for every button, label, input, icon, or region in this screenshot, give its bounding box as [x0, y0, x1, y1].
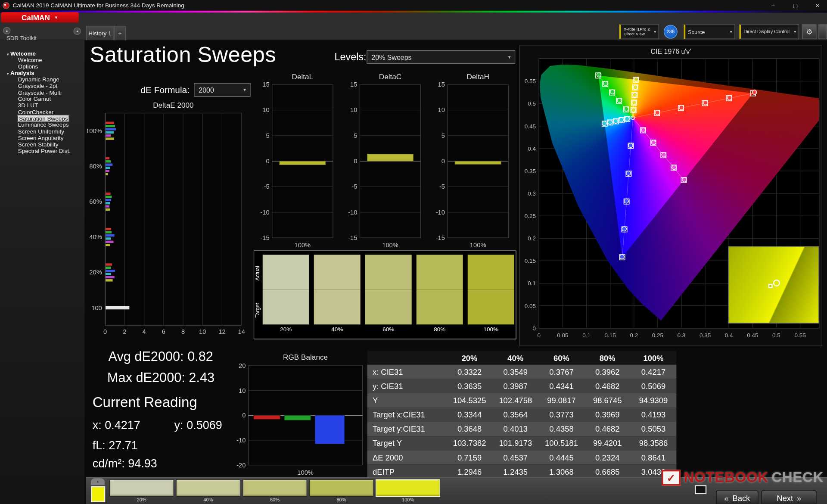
current-patch-swatch[interactable] [91, 486, 105, 502]
chart-title: DeltaH [466, 72, 489, 81]
y-tick-label: -5 [264, 183, 270, 190]
group-label: 100% [87, 128, 102, 134]
formula-label: dE Formula: [140, 85, 190, 96]
measured-point-yellow [634, 77, 638, 81]
swatch-actual [468, 255, 514, 289]
measured-point-blue [624, 199, 628, 203]
calman-menu-button[interactable]: CalMAN ▼ [1, 12, 78, 23]
swatch-label: 80% [417, 326, 463, 335]
current-fl: fL: 27.71 [93, 439, 138, 452]
y-tick-label: 5 [266, 132, 270, 139]
y-tick-label: 10 [438, 106, 445, 113]
panel-handle[interactable]: ▲ [91, 478, 105, 485]
table-cell: 94.9309 [631, 393, 677, 408]
table-cell: 0.3322 [447, 365, 493, 379]
swatch-40%: 40% [314, 255, 361, 334]
sidebar-item-3d-lut[interactable]: 3D LUT [0, 102, 84, 109]
edge-toolbar-button[interactable] [818, 24, 827, 39]
x-tick-label: 8 [181, 328, 185, 335]
measured-point-cyan [619, 118, 623, 122]
y-tick-label: 10 [262, 106, 269, 113]
sidebar-item-label: Screen Uniformity [18, 128, 64, 135]
sweep-line-blue [622, 118, 633, 258]
bar-green [284, 415, 311, 420]
sidebar-item-dynamic-range[interactable]: Dynamic Range [0, 76, 84, 83]
back-button[interactable]: « Back [716, 491, 758, 504]
sidebar-item-spectral-power-dist[interactable]: Spectral Power Dist. [0, 148, 84, 154]
sidebar-item-screen-uniformity[interactable]: Screen Uniformity [0, 128, 84, 135]
table-cell: 99.0817 [538, 393, 584, 408]
x-tick-label: 0.2 [630, 332, 638, 339]
patch-color [376, 479, 440, 497]
bar-magenta [106, 276, 114, 278]
x-category-label: 100% [297, 469, 314, 476]
sidebar-item-welcome[interactable]: Welcome [0, 57, 84, 63]
bar-cyan [106, 202, 110, 204]
sidebar-item-luminance-sweeps[interactable]: Luminance Sweeps [0, 121, 84, 128]
delta_h-svg: DeltaH151050-5-10-15100% [436, 72, 515, 252]
sidebar-item-screen-angularity[interactable]: Screen Angularity [0, 135, 84, 141]
chart-title: RGB Balance [283, 353, 328, 361]
source-dropdown[interactable]: Source ▼ [684, 24, 735, 39]
sidebar-item-color-gamut[interactable]: Color Gamut [0, 96, 84, 102]
sidebar-item-colorchecker[interactable]: ColorChecker [0, 109, 84, 115]
collapse-sidebar-button[interactable]: ◂ [74, 28, 81, 35]
y-tick-label: -20 [236, 462, 246, 469]
meter-dropdown[interactable]: X-Rite i1Pro 2 Direct View ▼ [619, 24, 659, 39]
minimize-button[interactable]: – [764, 0, 783, 11]
display-icon[interactable] [695, 485, 706, 494]
sidebar-item-analysis[interactable]: ▾Analysis [0, 70, 84, 76]
table-row-label: Target y:CIE31 [367, 422, 447, 436]
patch-60%[interactable]: 60% [243, 479, 307, 504]
table-row: dEITP1.29461.24351.30680.66853.0430 [367, 464, 677, 479]
sidebar-item-label: Grayscale - Multi [18, 89, 62, 96]
meter-count-badge[interactable]: 236 [664, 25, 678, 39]
settings-gear-button[interactable]: ⚙ [802, 24, 816, 39]
patch-80%[interactable]: 80% [309, 479, 374, 504]
patch-100%[interactable]: 100% [376, 479, 440, 504]
bar-yellow [106, 173, 108, 175]
sidebar-item-options[interactable]: Options [0, 63, 84, 70]
next-button[interactable]: Next » [762, 491, 817, 504]
app-scale: CalMAN 2019 CalMAN Ultimate for Business… [0, 0, 827, 504]
table-cell: 0.6685 [584, 464, 631, 479]
swatch-100%: 100% [468, 255, 514, 334]
sidebar-item-screen-stability[interactable]: Screen Stability [0, 141, 84, 148]
x-tick-label: 6 [162, 328, 165, 335]
patch-label: 80% [309, 497, 374, 503]
measured-point-magenta [651, 140, 656, 145]
bar-yellow [106, 279, 112, 281]
sidebar-item-grayscale-multi[interactable]: Grayscale - Multi [0, 89, 84, 96]
sidebar-item-label: Color Gamut [18, 96, 51, 102]
table-row: Target Y103.7382101.9173100.518199.42019… [367, 436, 677, 450]
table-cell: 0.3969 [584, 408, 631, 422]
formula-dropdown[interactable]: 2000 ▼ [194, 83, 250, 97]
table-header-row: 20%40%60%80%100% [367, 351, 677, 365]
current-xy: x: 0.4217 y: 0.5069 [93, 419, 222, 432]
x-tick-label: 4 [142, 328, 146, 335]
patch-40%[interactable]: 40% [176, 479, 241, 504]
tab-add-button[interactable]: + [114, 26, 126, 40]
pin-icon[interactable]: ● [3, 27, 10, 34]
display-control-dropdown[interactable]: Direct Display Control ▼ [739, 24, 799, 39]
sidebar-item-saturation-sweeps[interactable]: Saturation Sweeps [0, 115, 84, 121]
sidebar-tree: ▾WelcomeWelcomeOptions▾AnalysisDynamic R… [0, 40, 84, 154]
tab-history-label: History 1 [88, 30, 111, 37]
maximize-button[interactable]: ▢ [786, 0, 805, 11]
sidebar-item-welcome[interactable]: ▾Welcome [0, 50, 84, 57]
bar-green [106, 267, 111, 269]
table-row: ΔE 20000.71590.45370.44450.23240.8641 [367, 450, 677, 464]
patch-20%[interactable]: 20% [109, 479, 174, 504]
tab-history-1[interactable]: History 1 [86, 26, 114, 40]
bar-red [106, 122, 114, 124]
patch-label: 40% [176, 497, 241, 503]
delta-e-svg: DeltaE 200002468101214100%80%60%40%20%10… [87, 100, 251, 339]
levels-dropdown[interactable]: 20% Sweeps ▼ [367, 50, 515, 64]
sidebar-item-grayscale-2pt[interactable]: Grayscale - 2pt [0, 83, 84, 89]
close-button[interactable]: ✕ [808, 0, 827, 11]
patch-buttons: 20%40%60%80%100% [109, 479, 440, 504]
next-label: Next [777, 494, 793, 503]
table-row-label: Target Y [367, 436, 447, 450]
bar-cyan [106, 237, 111, 240]
bar-cyan [106, 131, 114, 134]
